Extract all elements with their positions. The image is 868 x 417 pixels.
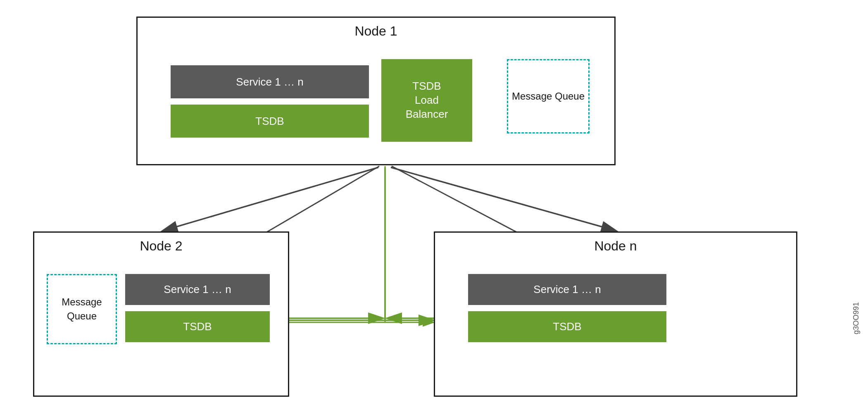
node1-message-queue: Message Queue (507, 59, 590, 133)
node2-message-queue: Message Queue (47, 274, 117, 344)
svg-line-17 (391, 167, 616, 231)
noden-box: Node n Service 1 … n TSDB (434, 231, 797, 397)
diagram-container: TSDB LB (dark bidirectional) --> TSDB LB… (0, 0, 868, 417)
svg-line-16 (163, 167, 378, 231)
node1-box: Node 1 Service 1 … n TSDB TSDB Load Bala… (136, 17, 616, 165)
node2-box: Node 2 Message Queue Service 1 … n TSDB (33, 231, 289, 397)
node1-tsdb-lb: TSDB Load Balancer (381, 59, 472, 142)
noden-title: Node n (594, 238, 637, 254)
node2-tsdb-block: TSDB (125, 311, 270, 342)
noden-service-block: Service 1 … n (468, 274, 666, 305)
node1-service-block: Service 1 … n (171, 65, 369, 98)
node2-title: Node 2 (140, 238, 182, 254)
node1-title: Node 1 (354, 24, 397, 39)
watermark: g3OO991 (852, 302, 861, 334)
node1-tsdb-block: TSDB (171, 105, 369, 138)
noden-tsdb-block: TSDB (468, 311, 666, 342)
node2-service-block: Service 1 … n (125, 274, 270, 305)
